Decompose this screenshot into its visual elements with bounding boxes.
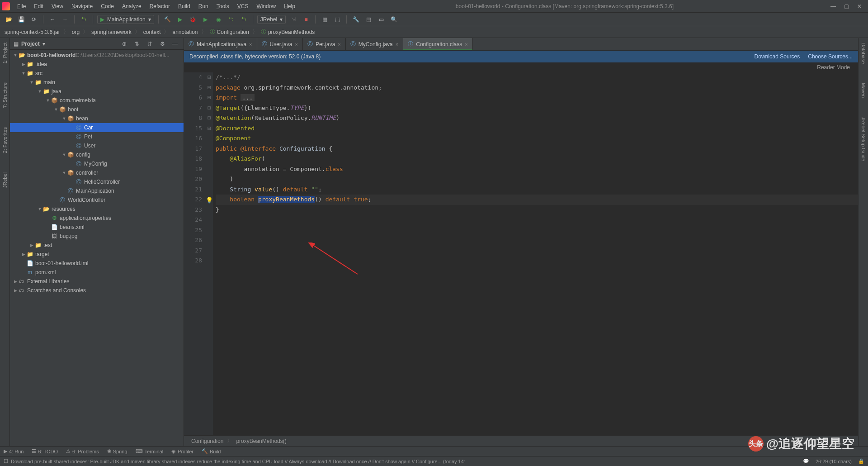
tree-item[interactable]: ▼📁java (10, 87, 184, 96)
fold-gutter[interactable]: ⊟⊟⊟⊟⊟⊟ (206, 72, 213, 435)
open-icon[interactable]: 📂 (4, 14, 14, 24)
tree-item[interactable]: 📄beans.xml (10, 223, 184, 232)
wrench-icon[interactable]: 🔧 (351, 14, 361, 24)
right-tab-database[interactable]: Database (861, 40, 866, 67)
menu-refactor[interactable]: Refactor (146, 2, 174, 11)
left-tab-structure[interactable]: 7: Structure (2, 80, 8, 111)
tree-item[interactable]: ▶📁.idea (10, 60, 184, 69)
back-icon[interactable]: ← (47, 14, 57, 24)
layout-icon[interactable]: ▭ (376, 14, 386, 24)
code-content[interactable]: /*...*/package org.springframework.conte… (213, 72, 858, 435)
menu-analyze[interactable]: Analyze (118, 2, 145, 11)
tree-item[interactable]: ▼📁src (10, 69, 184, 78)
tree-item[interactable]: ▶📁target (10, 250, 184, 259)
tree-item[interactable]: ⒸPet (10, 132, 184, 141)
left-tab-favorites[interactable]: 2: Favorites (2, 124, 8, 156)
status-message[interactable]: Download pre-built shared indexes: Pre-b… (11, 459, 465, 464)
select-opened-icon[interactable]: ⊕ (119, 39, 129, 49)
tree-root[interactable]: ▼📂boot-01-helloworld C:\Users\32120\Desk… (10, 51, 184, 60)
expand-all-icon[interactable]: ⇅ (132, 39, 142, 49)
refresh-icon[interactable]: ⟳ (29, 14, 39, 24)
tree-item[interactable]: ▼📦config (10, 150, 184, 159)
run-config-selector[interactable]: ▶ MainApplication ▾ (97, 15, 154, 24)
structure-icon[interactable]: ▤ (363, 14, 373, 24)
tree-item[interactable]: ▼📦boot (10, 105, 184, 114)
jrebel-icon[interactable]: ⮌ (79, 14, 89, 24)
menu-file[interactable]: File (14, 2, 29, 11)
menu-window[interactable]: Window (253, 2, 279, 11)
tree-item[interactable]: ⚙application.properties (10, 214, 184, 223)
menu-code[interactable]: Code (97, 2, 118, 11)
tree-item[interactable]: ▼📦bean (10, 114, 184, 123)
services-icon[interactable]: ⬚ (332, 14, 342, 24)
menu-tools[interactable]: Tools (213, 2, 233, 11)
tree-item[interactable]: ▼📦controller (10, 168, 184, 177)
tool-window-problems[interactable]: ⚠6: Problems (66, 448, 99, 454)
tree-scratches[interactable]: ▶🗂Scratches and Consoles (10, 286, 184, 295)
breadcrumb-item[interactable]: springframework (91, 29, 132, 35)
tree-item[interactable]: 🖼bug.jpg (10, 232, 184, 241)
editor-crumb[interactable]: Configuration (191, 438, 223, 444)
tool-window-terminal[interactable]: ⌨Terminal (136, 448, 164, 454)
tool-window-todo[interactable]: ☰6: TODO (32, 448, 58, 454)
hide-icon[interactable]: — (170, 39, 180, 49)
download-sources-link[interactable]: Download Sources (755, 53, 800, 60)
tool-window-spring[interactable]: ❀Spring (107, 448, 127, 454)
coverage-icon[interactable]: ▶ (201, 14, 211, 24)
project-tree[interactable]: ▼📂boot-01-helloworld C:\Users\32120\Desk… (10, 50, 184, 446)
notif-icon[interactable]: 💬 (803, 458, 809, 464)
jrebel-debug-icon[interactable]: ⮌ (239, 14, 249, 24)
close-icon[interactable]: ✕ (857, 3, 862, 10)
jrebel-dropdown[interactable]: JRebel ▾ (257, 15, 286, 24)
editor-tab[interactable]: ⒸUser.java× (257, 38, 303, 50)
menu-vcs[interactable]: VCS (234, 2, 252, 11)
tree-item[interactable]: ▼📦com.meimeixia (10, 96, 184, 105)
breadcrumb-item[interactable]: spring-context-5.3.6.jar (5, 29, 60, 35)
run-icon[interactable]: ▶ (175, 14, 185, 24)
search-icon[interactable]: 🔍 (389, 14, 399, 24)
tree-item[interactable]: ▶📁test (10, 241, 184, 250)
editor-crumb[interactable]: proxyBeanMethods() (236, 438, 286, 444)
editor-tab[interactable]: ⒾConfiguration.class× (403, 38, 473, 50)
maximize-icon[interactable]: ▢ (844, 3, 849, 10)
window-controls[interactable]: — ▢ ✕ (830, 3, 866, 10)
forward-icon[interactable]: → (60, 14, 70, 24)
grid-icon[interactable]: ▦ (320, 14, 330, 24)
tool-window-profiler[interactable]: ◉Profiler (171, 448, 193, 454)
debug-icon[interactable]: 🐞 (188, 14, 198, 24)
breadcrumb-item[interactable]: context (143, 29, 161, 35)
code-editor[interactable]: 456781516171819202122232425262728 ⊟⊟⊟⊟⊟⊟… (184, 72, 858, 435)
tree-item[interactable]: ⒸMyConfig (10, 159, 184, 168)
menu-edit[interactable]: Edit (30, 2, 47, 11)
tree-item[interactable]: mpom.xml (10, 268, 184, 277)
tree-item[interactable]: ⒸUser (10, 141, 184, 150)
reader-mode-label[interactable]: Reader Mode (817, 64, 850, 71)
breadcrumb-item[interactable]: Ⓘ proxyBeanMethods (261, 28, 315, 36)
minimize-icon[interactable]: — (830, 3, 836, 10)
menu-navigate[interactable]: Navigate (68, 2, 96, 11)
menu-run[interactable]: Run (195, 2, 212, 11)
left-tab-project[interactable]: 1: Project (2, 40, 8, 66)
profile-icon[interactable]: ◉ (213, 14, 223, 24)
right-tab-jrebel-setup-guide[interactable]: JRebel Setup Guide (861, 114, 866, 164)
breadcrumb-item[interactable]: annotation (172, 29, 198, 35)
tree-item[interactable]: 📄boot-01-helloworld.iml (10, 259, 184, 268)
chevron-down-icon[interactable]: ▾ (42, 41, 45, 47)
menu-help[interactable]: Help (280, 2, 299, 11)
tree-item[interactable]: ⒸHelloController (10, 177, 184, 186)
gear-icon[interactable]: ⚙ (157, 39, 167, 49)
right-tab-maven[interactable]: Maven (861, 80, 866, 100)
tree-external[interactable]: ▶🗂External Libraries (10, 277, 184, 286)
editor-tab[interactable]: ⒸMyConfig.java× (346, 38, 403, 50)
tool-window-run[interactable]: ▶4: Run (4, 448, 24, 454)
breadcrumb-item[interactable]: Ⓘ Configuration (210, 28, 249, 36)
build-icon[interactable]: 🔨 (163, 14, 173, 24)
save-icon[interactable]: 💾 (16, 14, 26, 24)
editor-tab[interactable]: ⒸPet.java× (303, 38, 346, 50)
breadcrumb-item[interactable]: org (72, 29, 80, 35)
choose-sources-link[interactable]: Choose Sources... (808, 53, 853, 60)
lock-icon[interactable]: 🔒 (858, 458, 864, 464)
tree-item[interactable]: ▼📂resources (10, 204, 184, 214)
tree-item[interactable]: ⒸWorldController (10, 195, 184, 204)
tree-item[interactable]: ⒸMainApplication (10, 186, 184, 195)
